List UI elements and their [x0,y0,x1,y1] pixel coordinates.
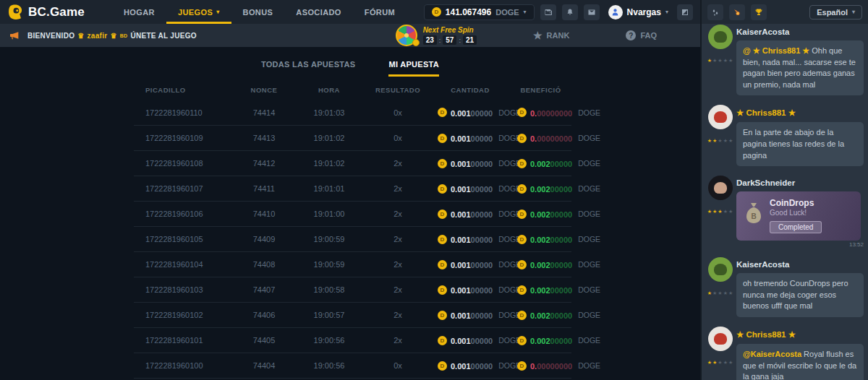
bet-result: 2x [365,159,430,168]
table-row[interactable]: 1722281960107 74411 19:01:01 2x D 0.0010… [134,176,571,201]
bet-time: 19:01:01 [293,184,365,193]
coindrops-completed-button[interactable]: Completed [770,221,822,233]
chat-bubble: @KaiserAcosta Royal flush es que el móvi… [736,344,864,380]
main-column: BC.Game HOGAR JUEGOS▾ BONUS ASOCIADO FÓR… [0,0,700,380]
tab-my-bets[interactable]: MI APUESTA [388,60,439,77]
bet-hash: 1722281960101 [134,336,235,345]
tab-all-bets[interactable]: TODAS LAS APUESTAS [261,60,356,77]
chat-message-body: ★ Chriss881 ★ En la parte de abajo de la… [736,105,864,166]
coin-stack-icon [412,39,420,46]
username-label: Nvargas [627,7,661,17]
profit-currency: DOGE [578,134,600,142]
chat-author[interactable]: ★ Chriss881 ★ [736,108,864,118]
user-menu[interactable]: Nvargas ▾ [608,5,668,20]
user-level-stars: ★★★★★ [707,203,733,216]
bet-profit: D 0.00200000 DOGE [510,182,571,195]
chat-author[interactable]: ★ Chriss881 ★ [736,329,864,340]
free-spin-widget[interactable]: Next Free Spin 23: 57: 21 [396,25,477,46]
nav-item-juegos[interactable]: JUEGOS▾ [166,0,231,24]
chat-message: ★★★★★ ★ Chriss881 ★ En la parte de abajo… [705,105,864,166]
bet-time: 19:00:57 [293,311,365,319]
chat-avatar[interactable] [708,257,733,282]
bet-hash: 1722281960109 [134,134,235,142]
chat-avatar[interactable] [708,105,733,129]
question-icon: ? [626,30,636,40]
nav-item-hogar[interactable]: HOGAR [112,0,166,24]
profit-currency: DOGE [578,361,600,370]
messages-button[interactable] [584,4,600,20]
chat-author[interactable]: KaiserAcosta [736,260,864,269]
coindrops-card[interactable]: B CoinDrops Good Luck! Completed [736,191,861,241]
doge-coin-icon: D [517,285,527,295]
table-row[interactable]: 1722281960108 74412 19:01:02 2x D 0.0010… [134,150,571,176]
free-spin-label: Next Free Spin [423,26,477,34]
chat-messages[interactable]: ★★★★★ KaiserAcosta @ ★ Chriss881 ★ Ohh q… [702,15,868,380]
notifications-button[interactable] [562,4,578,20]
navbar-right: D 141.067496 DOGE ▾ Nvargas ▾ [424,4,693,20]
table-row[interactable]: 1722281960103 74407 19:00:58 2x D 0.0010… [134,277,571,302]
balance-selector[interactable]: D 141.067496 DOGE ▾ [424,4,535,20]
chat-message-left: ★★★★★ [705,105,736,166]
col-beneficio: BENEFICIÓ [510,86,571,94]
doge-coin-icon: D [438,184,447,194]
bet-profit: D 0.00200000 DOGE [510,308,571,321]
app-root: BC.Game HOGAR JUEGOS▾ BONUS ASOCIADO FÓR… [0,0,868,380]
chat-avatar[interactable] [708,327,733,351]
rank-link[interactable]: ★ RANK [533,30,569,41]
bet-hash: 1722281960106 [134,210,235,218]
chat-bubble: En la parte de abajo de la pagina tienes… [736,122,864,166]
bet-nonce: 74408 [235,260,293,269]
welcome-suffix: ÚNETE AL JUEGO [130,32,196,40]
profit-currency: DOGE [578,108,600,117]
doge-coin-icon: D [438,235,447,244]
doge-coin-icon: D [517,159,527,168]
doge-coin-icon: D [438,159,447,168]
faq-link[interactable]: ? FAQ [626,30,657,40]
wallet-button[interactable] [540,4,556,20]
banner-right: Next Free Spin 23: 57: 21 ★ RANK ? FAQ [396,25,657,46]
bets-table-header: PICADILLO NONCE HORA RESULTADO CANTIDAD … [134,79,571,100]
bcgame-logo-icon [7,4,23,20]
bet-nonce: 74413 [235,134,293,142]
col-resultado: RESULTADO [365,86,430,94]
bell-icon [566,8,574,17]
doge-coin-icon: D [438,285,447,295]
chat-author[interactable]: KaiserAcosta [736,27,864,36]
brand-logo[interactable]: BC.Game [7,4,85,20]
doge-coin-icon: D [438,336,447,345]
doge-coin-icon: D [517,311,527,320]
nav-item-asociado[interactable]: ASOCIADO [284,0,352,24]
bet-hash: 1722281960108 [134,159,235,168]
profit-currency: DOGE [578,184,600,193]
table-row[interactable]: 1722281960105 74409 19:00:59 2x D 0.0010… [134,226,571,251]
chat-avatar[interactable] [708,176,733,200]
chat-message: ★★★★★ KaiserAcosta @ ★ Chriss881 ★ Ohh q… [705,25,864,95]
bet-hash: 1722281960100 [134,361,235,370]
chat-avatar[interactable] [708,25,733,49]
table-row[interactable]: 1722281960104 74408 19:00:59 2x D 0.0010… [134,251,571,277]
bets-tabs: TODAS LAS APUESTAS MI APUESTA [0,60,700,77]
crown-icon: ♛ [77,32,84,40]
chat-message: ★★★★★ ★ Chriss881 ★ @KaiserAcosta Royal … [705,327,864,380]
user-level-stars: ★★★★★ [707,354,733,367]
bet-profit: D 0.00000000 DOGE [510,106,571,119]
doge-coin-icon: D [517,210,527,219]
bet-hash: 1722281960107 [134,184,235,193]
doge-coin-icon: D [432,7,441,17]
table-row[interactable]: 1722281960110 74414 19:01:03 0x D 0.0010… [134,100,571,125]
wallet-icon [544,8,553,17]
nav-item-forum[interactable]: FÓRUM [353,0,407,24]
table-row[interactable]: 1722281960102 74406 19:00:57 2x D 0.0010… [134,302,571,327]
profit-currency: DOGE [578,285,600,294]
table-row[interactable]: 1722281960109 74413 19:01:02 0x D 0.0010… [134,125,571,150]
chat-toggle-button[interactable] [677,4,693,20]
nav-item-bonus[interactable]: BONUS [231,0,285,24]
doge-coin-icon: D [517,361,527,371]
chat-bubble: @ ★ Chriss881 ★ Ohh que bien, nada mal..… [736,40,864,95]
table-row[interactable]: 1722281960100 74404 19:00:56 0x D 0.0010… [134,353,571,378]
table-row[interactable]: 1722281960101 74405 19:00:56 2x D 0.0010… [134,327,571,353]
chat-author[interactable]: DarkSchneider [736,178,864,187]
top-navbar: BC.Game HOGAR JUEGOS▾ BONUS ASOCIADO FÓR… [0,0,700,24]
table-row[interactable]: 1722281960106 74410 19:01:00 2x D 0.0010… [134,201,571,226]
bet-nonce: 74404 [235,361,293,370]
